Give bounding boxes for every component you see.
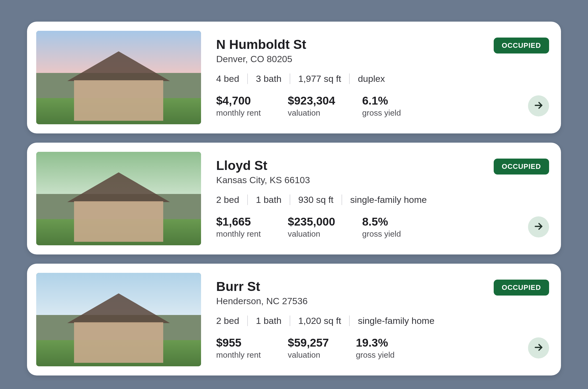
spec-type: duplex xyxy=(350,73,393,84)
metric-yield-value: 6.1% xyxy=(362,94,401,107)
spec-bed: 4 bed xyxy=(216,73,248,84)
spec-sqft: 930 sq ft xyxy=(290,194,342,205)
metric-yield-value: 8.5% xyxy=(362,215,401,228)
property-title: N Humboldt St xyxy=(216,38,306,52)
arrow-right-icon xyxy=(534,100,543,111)
view-details-button[interactable] xyxy=(528,95,549,116)
spec-sqft: 1,977 sq ft xyxy=(290,73,350,84)
metric-valuation-label: valuation xyxy=(288,229,335,239)
metric-yield-label: gross yield xyxy=(356,350,395,360)
metric-yield-value: 19.3% xyxy=(356,336,395,349)
metric-yield-label: gross yield xyxy=(362,108,401,118)
property-title: Lloyd St xyxy=(216,159,310,173)
spec-bath: 1 bath xyxy=(248,194,290,205)
arrow-right-icon xyxy=(534,343,543,353)
metric-rent-value: $1,665 xyxy=(216,215,261,228)
metric-rent-label: monthly rent xyxy=(216,229,261,239)
property-specs: 2 bed 1 bath 1,020 sq ft single-family h… xyxy=(216,316,549,326)
spec-bed: 2 bed xyxy=(216,316,248,326)
property-specs: 4 bed 3 bath 1,977 sq ft duplex xyxy=(216,73,549,84)
metric-valuation-value: $59,257 xyxy=(288,336,329,349)
status-badge: OCCUPIED xyxy=(494,38,549,53)
property-list: N Humboldt St Denver, CO 80205 OCCUPIED … xyxy=(27,22,561,375)
view-details-button[interactable] xyxy=(528,337,549,358)
metric-rent-value: $4,700 xyxy=(216,94,261,107)
property-location: Kansas City, KS 66103 xyxy=(216,175,310,185)
property-thumbnail xyxy=(36,152,201,245)
spec-bath: 1 bath xyxy=(248,316,290,326)
property-card[interactable]: N Humboldt St Denver, CO 80205 OCCUPIED … xyxy=(27,22,561,133)
spec-type: single-family home xyxy=(342,194,435,205)
status-badge: OCCUPIED xyxy=(494,159,549,175)
metric-rent-label: monthly rent xyxy=(216,108,261,118)
arrow-right-icon xyxy=(534,222,543,232)
metric-rent-value: $955 xyxy=(216,336,261,349)
property-specs: 2 bed 1 bath 930 sq ft single-family hom… xyxy=(216,194,549,205)
metric-valuation-value: $923,304 xyxy=(288,94,335,107)
property-card[interactable]: Lloyd St Kansas City, KS 66103 OCCUPIED … xyxy=(27,143,561,254)
metric-yield-label: gross yield xyxy=(362,229,401,239)
property-location: Denver, CO 80205 xyxy=(216,54,306,64)
spec-sqft: 1,020 sq ft xyxy=(290,316,350,326)
property-location: Henderson, NC 27536 xyxy=(216,296,308,306)
property-thumbnail xyxy=(36,31,201,124)
spec-bed: 2 bed xyxy=(216,194,248,205)
property-title: Burr St xyxy=(216,280,308,294)
property-card[interactable]: Burr St Henderson, NC 27536 OCCUPIED 2 b… xyxy=(27,264,561,375)
property-thumbnail xyxy=(36,273,201,366)
status-badge: OCCUPIED xyxy=(494,280,549,296)
spec-bath: 3 bath xyxy=(248,73,290,84)
spec-type: single-family home xyxy=(350,316,442,326)
metric-valuation-value: $235,000 xyxy=(288,215,335,228)
metric-rent-label: monthly rent xyxy=(216,350,261,360)
metric-valuation-label: valuation xyxy=(288,108,335,118)
metric-valuation-label: valuation xyxy=(288,350,329,360)
view-details-button[interactable] xyxy=(528,216,549,237)
